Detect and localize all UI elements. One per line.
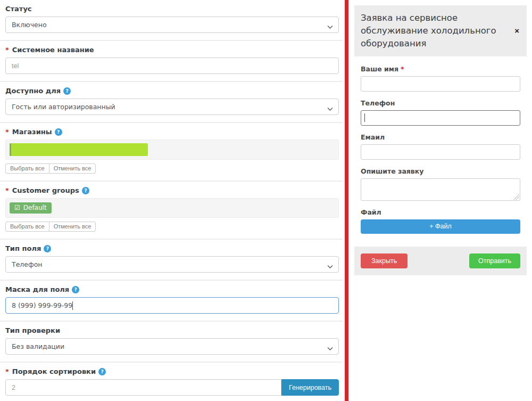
help-icon[interactable]: ? [82,187,89,194]
customer-groups-bulk-buttons: Выбрать все Отменить все [5,222,96,232]
status-select-value: Включено [12,21,47,29]
validation-type-label: Тип проверки [5,326,339,334]
name-label-text: Ваше имя [361,65,398,73]
email-label: Емаил [361,133,520,141]
stores-deselect-all-button[interactable]: Отменить все [49,163,96,174]
store-selected-item[interactable] [10,143,148,156]
close-icon[interactable]: × [513,27,520,35]
email-input[interactable] [361,144,520,160]
help-glyph: ? [46,246,49,251]
name-label: Ваше имя * [361,65,520,73]
help-glyph: ? [101,369,103,374]
required-asterisk: * [5,46,9,54]
field-type-select[interactable]: Телефон [5,256,339,273]
text-cursor [364,113,365,122]
chevron-down-icon [327,263,333,271]
chevron-down-icon [327,23,333,31]
sort-order-input-group: Генерировать [5,379,339,396]
stores-multiselect[interactable] [5,140,339,160]
file-label-text: Файл [361,208,381,216]
modal-close-button[interactable]: Закрыть [361,253,408,268]
modal-group-file: Файл + Файл [361,208,520,234]
email-label-text: Емаил [361,133,385,141]
status-select[interactable]: Включено [5,17,339,33]
modal-group-name: Ваше имя * [361,65,520,92]
form-group-system-name: * Системное название [0,41,343,82]
validation-type-select-value: Без валидации [12,342,64,350]
help-icon[interactable]: ? [44,245,51,252]
sort-order-input[interactable] [5,379,281,396]
resize-grip-icon[interactable] [514,194,519,200]
modal-preview-panel: Заявка на сервисное обслуживание холодил… [348,0,532,401]
stores-select-all-button[interactable]: Выбрать все [5,163,49,174]
form-group-customer-groups: * Customer groups ? ☑ Default Выбрать вс… [0,182,343,240]
field-type-label: Тип поля ? [5,244,339,252]
red-divider-line [345,0,348,401]
form-group-validation-type: Тип проверки Без валидации [0,322,343,363]
help-icon[interactable]: ? [72,286,79,293]
modal-group-phone: Телефон [361,99,520,126]
help-icon[interactable]: ? [98,368,106,375]
modal-submit-button[interactable]: Отправить [469,253,520,268]
system-name-label-text: Системное название [12,46,94,54]
request-label: Опишите заявку [361,167,520,175]
generate-button[interactable]: Генерировать [281,379,339,396]
available-for-select-value: Гость или авторизированный [12,103,115,111]
help-icon[interactable]: ? [63,87,71,95]
form-group-status: Статус Включено [0,0,343,41]
request-textarea[interactable] [361,178,520,201]
field-type-label-text: Тип поля [5,244,41,252]
stores-label-text: Магазины [12,128,52,136]
customer-groups-label-text: Customer groups [12,186,79,194]
stores-label: * Магазины ? [5,128,339,136]
field-mask-input[interactable]: 8 (999) 999-99-99 [5,297,339,314]
phone-input[interactable] [361,110,520,126]
required-asterisk: * [5,186,9,194]
page: Статус Включено * Системное название Дос… [0,0,532,401]
form-group-sort-order: * Порядок сортировки ? Генерировать [0,363,343,401]
system-name-label: * Системное название [5,46,339,54]
customer-groups-multiselect[interactable]: ☑ Default [5,198,339,218]
available-for-select[interactable]: Гость или авторизированный [5,99,339,115]
help-glyph: ? [84,188,87,193]
form-group-available-for: Доступно для ? Гость или авторизированны… [0,82,343,123]
groups-select-all-button[interactable]: Выбрать все [5,222,49,232]
help-glyph: ? [65,88,68,94]
available-for-label-text: Доступно для [5,87,61,95]
required-asterisk: * [5,367,9,375]
chevron-down-icon [327,345,333,353]
field-type-select-value: Телефон [12,260,43,268]
system-name-input[interactable] [5,58,339,74]
status-label-text: Статус [5,5,32,13]
field-mask-label-text: Маска для поля [5,285,69,293]
customer-group-tag-label: Default [23,204,47,211]
field-mask-label: Маска для поля ? [5,285,339,293]
stores-bulk-buttons: Выбрать все Отменить все [5,163,96,174]
status-label: Статус [5,5,339,13]
sort-order-label: * Порядок сортировки ? [5,367,339,375]
groups-deselect-all-button[interactable]: Отменить все [49,222,96,232]
phone-label: Телефон [361,99,520,107]
help-glyph: ? [57,129,60,135]
file-label: Файл [361,208,520,216]
phone-label-text: Телефон [361,99,395,107]
modal-group-request: Опишите заявку [361,167,520,201]
checked-checkbox-icon: ☑ [14,204,20,211]
form-group-field-type: Тип поля ? Телефон [0,240,343,281]
customer-groups-label: * Customer groups ? [5,186,339,194]
validation-type-select[interactable]: Без валидации [5,338,339,355]
chevron-down-icon [327,105,333,113]
modal-title: Заявка на сервисное обслуживание холодил… [361,12,513,50]
field-mask-value: 8 (999) 999-99-99 [12,301,72,309]
modal-body: Ваше имя * Телефон Емаил [354,56,527,234]
available-for-label: Доступно для ? [5,87,339,95]
customer-group-tag-default[interactable]: ☑ Default [10,202,52,214]
required-asterisk: * [401,65,404,73]
form-group-stores: * Магазины ? Выбрать все Отменить все [0,123,343,182]
name-input[interactable] [361,76,520,92]
field-settings-form: Статус Включено * Системное название Дос… [0,0,343,401]
help-icon[interactable]: ? [55,128,62,136]
file-upload-button[interactable]: + Файл [361,219,520,234]
modal-header: Заявка на сервисное обслуживание холодил… [354,5,527,56]
form-group-field-mask: Маска для поля ? 8 (999) 999-99-99 [0,281,343,322]
